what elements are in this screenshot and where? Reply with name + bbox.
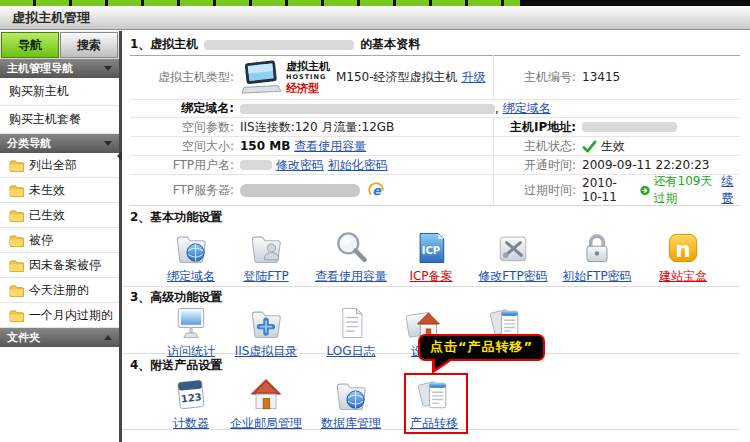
expire-note: 还有109天过期 (654, 173, 718, 207)
check-icon (582, 140, 597, 153)
space-params-label: 空间参数: (130, 119, 234, 136)
upgrade-link[interactable]: 升级 (461, 69, 485, 86)
function-item-label[interactable]: 计数器 (173, 416, 209, 430)
monitor-stats-icon (169, 303, 213, 343)
svg-text:e: e (372, 183, 382, 198)
logo-subtitle: HOSTING (286, 72, 330, 83)
sidebar-item[interactable]: 因未备案被停 (0, 253, 119, 278)
function-item-label[interactable]: IIS虚拟目录 (235, 344, 298, 358)
svg-text:123: 123 (180, 391, 202, 404)
sidebar-item[interactable]: 一个月内过期的 (0, 303, 119, 328)
function-item-label[interactable]: LOG日志 (326, 344, 375, 358)
expire-time-label: 过期时间: (494, 182, 576, 199)
sidebar-group-header[interactable]: 分类导航 (0, 134, 119, 153)
magnifier-icon (329, 228, 373, 268)
sidebar-item[interactable]: 未生效 (0, 178, 119, 203)
bind-domain-link[interactable]: 绑定域名 (503, 100, 551, 117)
space-size-label: 空间大小: (130, 138, 234, 155)
function-item[interactable]: 修改FTP密码 (470, 228, 556, 285)
host-status-value: 生效 (601, 138, 625, 155)
host-no-label: 主机编号: (494, 69, 576, 86)
function-item-label[interactable]: 绑定域名 (167, 269, 215, 283)
open-time-label: 开通时间: (494, 157, 576, 174)
function-item-label[interactable]: 数据库管理 (321, 416, 381, 430)
sidebar-group-label: 文件夹 (7, 330, 40, 345)
sidebar: 导航搜索 主机管理导航购买新主机购买主机套餐分类导航列出全部未生效已生效被停因未… (0, 31, 122, 442)
sidebar-item-label: 今天注册的 (29, 282, 89, 299)
function-item[interactable]: 数据库管理 (308, 375, 394, 432)
lock-icon (575, 228, 619, 268)
sidebar-item[interactable]: 购买新主机 (0, 78, 119, 106)
table-row: 虚拟主机类型: 虚拟主机 HOSTING (130, 55, 740, 100)
bound-domain-label: 绑定域名: (130, 100, 234, 117)
icp-doc-icon: ICP (409, 228, 453, 268)
folder-globe-icon (169, 228, 213, 268)
function-item[interactable]: 企业邮局管理 (223, 375, 309, 432)
svg-text:n: n (675, 237, 691, 262)
sidebar-tab-search[interactable]: 搜索 (60, 32, 118, 58)
sidebar-item[interactable]: 购买主机套餐 (0, 106, 119, 134)
function-item[interactable]: 绑定域名 (148, 228, 234, 285)
ie-browser-icon[interactable]: e (368, 182, 385, 199)
function-item[interactable]: 初始FTP密码 (554, 228, 640, 285)
chevron-up-icon (104, 335, 112, 340)
log-doc-icon (329, 303, 373, 343)
function-item-label[interactable]: 查看使用容量 (315, 269, 387, 283)
sidebar-item-label: 因未备案被停 (29, 257, 101, 274)
sidebar-group-header[interactable]: 主机管理导航 (0, 59, 119, 78)
sidebar-item-label: 未生效 (29, 182, 65, 199)
callout-text: 点击“产品转移” (430, 339, 533, 354)
sidebar-group-label: 主机管理导航 (7, 61, 73, 76)
folder-plus-icon (244, 303, 288, 343)
chevron-down-icon (104, 66, 112, 71)
basic-functions-row: 绑定域名登陆FTP查看使用容量ICPICP备案修改FTP密码初始FTP密码n建站… (122, 226, 740, 287)
folder-icon (9, 233, 24, 247)
function-item-label[interactable]: 建站宝盒 (659, 269, 707, 283)
function-item[interactable]: 查看使用容量 (308, 228, 394, 285)
redacted-domain (240, 104, 495, 114)
function-item-label[interactable]: 企业邮局管理 (230, 416, 302, 430)
table-row: 空间大小: 150 MB 查看使用容量 主机状态: 生效 (130, 137, 740, 156)
open-time-value: 2009-09-11 22:20:23 (582, 158, 709, 172)
virtual-host-manager-window: 虚拟主机管理 导航搜索 主机管理导航购买新主机购买主机套餐分类导航列出全部未生效… (0, 0, 750, 442)
function-item[interactable]: IIS虚拟目录 (223, 303, 309, 360)
host-info-table: 虚拟主机类型: 虚拟主机 HOSTING (130, 55, 740, 206)
function-item-label[interactable]: ICP备案 (409, 269, 452, 283)
function-item[interactable]: ICPICP备案 (388, 228, 474, 285)
function-item[interactable]: n建站宝盒 (640, 228, 726, 285)
sidebar-group-header[interactable]: 文件夹 (0, 328, 119, 347)
sidebar-group-label: 分类导航 (7, 136, 51, 151)
function-item-label[interactable]: 访问统计 (167, 344, 215, 358)
sidebar-item[interactable]: 今天注册的 (0, 278, 119, 303)
host-type-value: M150-经济型虚拟主机 (336, 69, 458, 86)
space-size-value: 150 MB (240, 139, 290, 153)
sidebar-groups: 主机管理导航购买新主机购买主机套餐分类导航列出全部未生效已生效被停因未备案被停今… (0, 59, 119, 347)
sidebar-item-label: 已生效 (29, 207, 65, 224)
callout-balloon: 点击“产品转移” (418, 334, 545, 361)
function-item[interactable]: 访问统计 (148, 303, 234, 360)
function-item-label[interactable]: 登陆FTP (243, 269, 288, 283)
function-item-label[interactable]: 初始FTP密码 (562, 269, 631, 283)
reset-password-link[interactable]: 初始化密码 (328, 157, 388, 174)
sidebar-item-label: 被停 (29, 232, 53, 249)
sidebar-item-label: 购买新主机 (9, 83, 69, 100)
sidebar-item[interactable]: 被停 (0, 228, 119, 253)
function-item-label[interactable]: 修改FTP密码 (478, 269, 547, 283)
sidebar-item[interactable]: 列出全部 (0, 153, 119, 178)
folder-icon (9, 208, 24, 222)
logo-title: 虚拟主机 (286, 61, 330, 72)
host-type-label: 虚拟主机类型: (130, 69, 234, 86)
renew-link[interactable]: 续费 (721, 173, 740, 207)
function-item[interactable]: 123计数器 (148, 375, 234, 432)
change-password-link[interactable]: 修改密码 (276, 157, 324, 174)
svg-text:ICP: ICP (422, 245, 440, 256)
sidebar-tab-nav[interactable]: 导航 (1, 32, 59, 58)
function-item[interactable]: 登陆FTP (223, 228, 309, 285)
space-params-value: IIS连接数:120 月流量:12GB (240, 119, 394, 136)
domain-separator: , (495, 102, 499, 116)
sidebar-item[interactable]: 已生效 (0, 203, 119, 228)
table-row: 空间参数: IIS连接数:120 月流量:12GB 主机IP地址: (130, 118, 740, 137)
redacted-ip (582, 122, 677, 132)
ftp-server-label: FTP服务器: (130, 182, 234, 199)
view-usage-link[interactable]: 查看使用容量 (294, 138, 366, 155)
